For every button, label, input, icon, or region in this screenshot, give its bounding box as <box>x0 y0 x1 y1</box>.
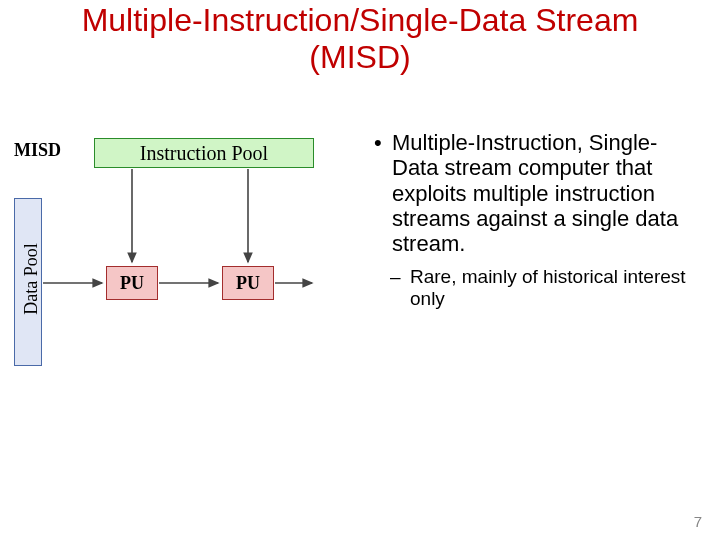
slide-title: Multiple-Instruction/Single-Data Stream … <box>0 2 720 76</box>
title-line-1: Multiple-Instruction/Single-Data Stream <box>82 2 639 38</box>
title-line-2: (MISD) <box>309 39 410 75</box>
bullet-lvl1: Multiple-Instruction, Single-Data stream… <box>370 130 700 256</box>
slide-body: Multiple-Instruction, Single-Data stream… <box>370 130 700 310</box>
slide: Multiple-Instruction/Single-Data Stream … <box>0 0 720 540</box>
bullet-lvl2: Rare, mainly of historical interest only <box>370 266 700 310</box>
page-number: 7 <box>694 513 702 530</box>
misd-diagram: MISD Instruction Pool Data Pool PU PU <box>14 138 344 368</box>
diagram-arrows <box>14 138 344 368</box>
